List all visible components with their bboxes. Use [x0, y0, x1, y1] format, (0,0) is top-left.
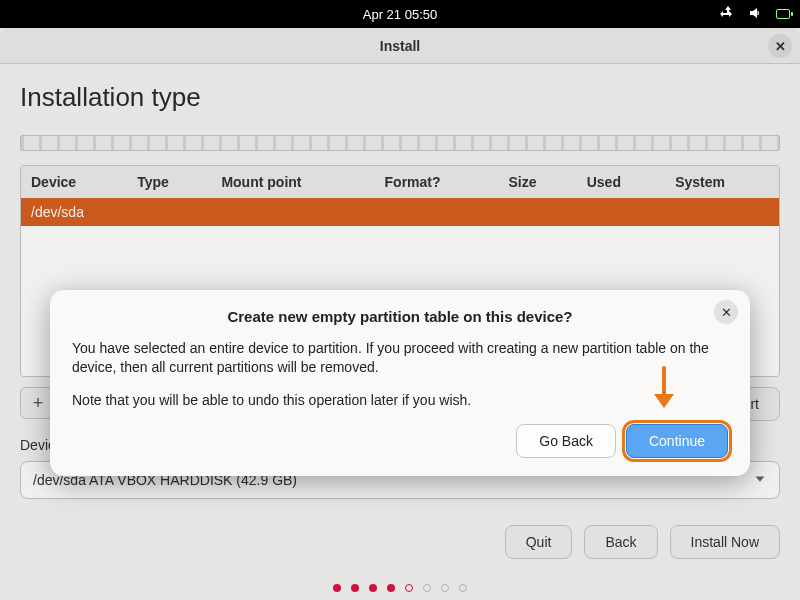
step-dot-current — [405, 584, 413, 592]
window-titlebar: Install ✕ — [0, 28, 800, 64]
partition-usage-bar — [20, 135, 780, 151]
table-row[interactable]: /dev/sda — [21, 198, 779, 226]
table-header-row: Device Type Mount point Format? Size Use… — [21, 166, 779, 198]
installer-window: Install ✕ Installation type Device Type … — [0, 28, 800, 600]
dialog-paragraph: You have selected an entire device to pa… — [72, 339, 728, 377]
quit-button[interactable]: Quit — [505, 525, 573, 559]
step-dot — [369, 584, 377, 592]
close-icon: ✕ — [775, 39, 786, 54]
back-button[interactable]: Back — [584, 525, 657, 559]
col-type[interactable]: Type — [127, 166, 211, 198]
dialog-close-button[interactable]: ✕ — [714, 300, 738, 324]
step-dot — [333, 584, 341, 592]
confirm-partition-dialog: ✕ Create new empty partition table on th… — [50, 290, 750, 476]
chevron-down-icon — [753, 472, 767, 489]
step-dot — [351, 584, 359, 592]
col-device[interactable]: Device — [21, 166, 127, 198]
step-indicator — [0, 584, 800, 592]
close-icon: ✕ — [721, 305, 732, 320]
clock[interactable]: Apr 21 05:50 — [363, 7, 437, 22]
dialog-body: You have selected an entire device to pa… — [72, 339, 728, 410]
volume-icon — [748, 5, 764, 24]
step-dot — [441, 584, 449, 592]
dialog-title: Create new empty partition table on this… — [72, 308, 728, 325]
step-dot — [459, 584, 467, 592]
battery-icon — [776, 7, 790, 22]
gnome-topbar: Apr 21 05:50 — [0, 0, 800, 28]
dialog-paragraph: Note that you will be able to undo this … — [72, 391, 728, 410]
window-close-button[interactable]: ✕ — [768, 34, 792, 58]
system-tray[interactable] — [720, 5, 790, 24]
page-title: Installation type — [20, 82, 780, 113]
network-icon — [720, 5, 736, 24]
col-mount[interactable]: Mount point — [211, 166, 374, 198]
device-cell: /dev/sda — [21, 198, 779, 226]
step-dot — [387, 584, 395, 592]
col-system[interactable]: System — [665, 166, 779, 198]
go-back-button[interactable]: Go Back — [516, 424, 616, 458]
continue-button[interactable]: Continue — [626, 424, 728, 458]
install-now-button[interactable]: Install Now — [670, 525, 780, 559]
col-format[interactable]: Format? — [375, 166, 499, 198]
annotation-arrow-icon — [654, 366, 674, 410]
col-used[interactable]: Used — [577, 166, 665, 198]
col-size[interactable]: Size — [498, 166, 576, 198]
window-title: Install — [380, 38, 420, 54]
step-dot — [423, 584, 431, 592]
